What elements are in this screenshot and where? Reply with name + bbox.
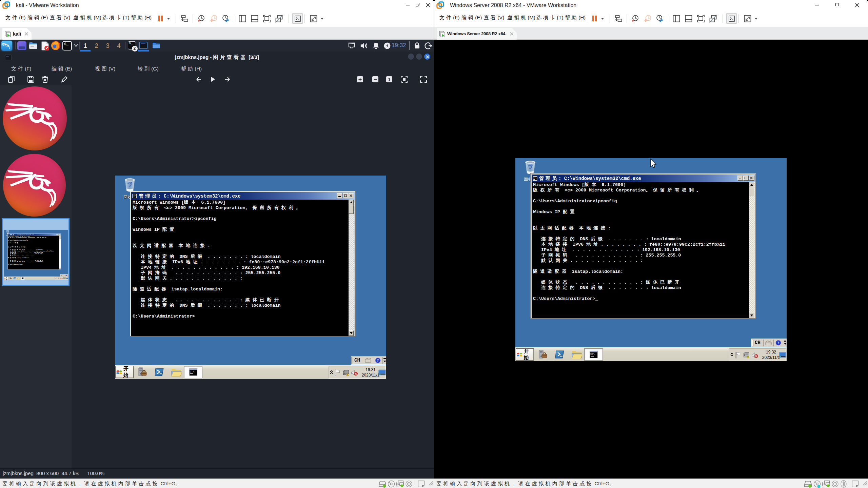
svg-text:?: ? [377, 358, 379, 362]
svg-text:C:\: C:\ [590, 353, 595, 355]
svg-text:1: 1 [388, 77, 391, 82]
svg-text:!: ! [748, 356, 748, 358]
svg-text:C:\: C:\ [133, 195, 136, 197]
svg-text:!: ! [347, 373, 348, 375]
svg-text:?: ? [777, 341, 780, 345]
svg-text:C:\: C:\ [8, 235, 9, 235]
svg-text:C:\: C:\ [190, 370, 194, 373]
svg-text:C:\: C:\ [533, 177, 536, 179]
svg-text:C:\: C:\ [22, 278, 23, 279]
